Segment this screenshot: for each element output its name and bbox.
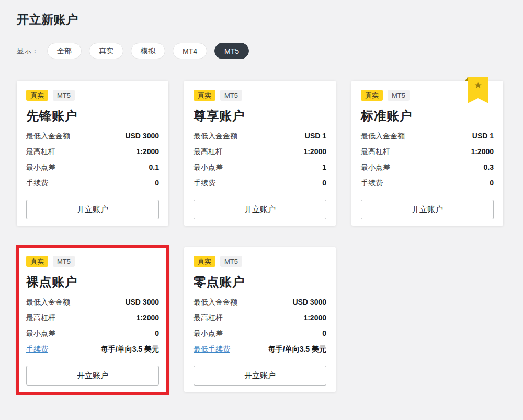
badge-row: 真实 MT5	[26, 256, 159, 267]
filter-mt4[interactable]: MT4	[173, 43, 207, 59]
max-leverage-row: 最高杠杆 1:2000	[194, 144, 326, 160]
commission-row: 手续费 0	[194, 176, 326, 191]
row-label: 最小点差	[361, 163, 390, 172]
filter-bar: 显示： 全部 真实 模拟 MT4 MT5	[17, 43, 503, 59]
row-value: 1:2000	[136, 147, 159, 156]
row-label: 手续费	[194, 179, 215, 188]
min-spread-row: 最小点差 0.1	[26, 160, 159, 176]
row-value: 0.1	[149, 163, 159, 171]
row-label: 最高杠杆	[26, 147, 55, 157]
commission-link[interactable]: 手续费	[26, 345, 48, 354]
filter-demo[interactable]: 模拟	[131, 43, 165, 59]
account-title: 裸点账户	[26, 274, 159, 290]
row-label: 手续费	[361, 179, 383, 188]
row-label: 最高杠杆	[194, 147, 223, 157]
real-badge: 真实	[26, 90, 48, 101]
row-label: 最高杠杆	[26, 313, 55, 323]
min-spread-row: 最小点差 0	[26, 326, 159, 342]
page-title: 开立新账户	[17, 11, 503, 28]
min-spread-row: 最小点差 0	[194, 326, 326, 342]
row-value: 每手/单向3.5 美元	[101, 345, 159, 354]
row-value: USD 3000	[292, 298, 326, 306]
real-badge: 真实	[361, 90, 383, 101]
row-label: 手续费	[26, 179, 48, 188]
open-account-button[interactable]: 开立账户	[26, 366, 159, 386]
row-value: 1:2000	[136, 313, 159, 322]
max-leverage-row: 最高杠杆 1:2000	[194, 310, 326, 326]
row-value: USD 1	[472, 132, 494, 140]
commission-row: 手续费 每手/单向3.5 美元	[26, 342, 159, 357]
platform-badge: MT5	[388, 90, 410, 101]
open-account-page: 开立新账户 显示： 全部 真实 模拟 MT4 MT5 真实 MT5 先锋账户 最…	[0, 0, 523, 392]
account-title: 零点账户	[194, 274, 326, 290]
account-card-zero: 真实 MT5 零点账户 最低入金金额 USD 3000 最高杠杆 1:2000 …	[184, 247, 336, 392]
row-label: 最小点差	[194, 163, 223, 172]
real-badge: 真实	[194, 256, 215, 267]
commission-row: 手续费 0	[26, 176, 159, 191]
row-value: 1:2000	[303, 147, 326, 156]
row-value: 每手/单向3.5 美元	[268, 345, 326, 354]
row-label: 最低入金金额	[26, 132, 70, 141]
min-deposit-row: 最低入金金额 USD 3000	[194, 295, 326, 310]
row-label: 最低入金金额	[26, 298, 70, 307]
min-spread-row: 最小点差 0.3	[361, 160, 494, 176]
row-label: 最小点差	[26, 163, 55, 172]
open-account-button[interactable]: 开立账户	[194, 200, 326, 219]
row-value: 0	[155, 179, 159, 187]
account-card-premium: 真实 MT5 尊享账户 最低入金金额 USD 1 最高杠杆 1:2000 最小点…	[184, 81, 336, 226]
platform-badge: MT5	[220, 256, 242, 267]
filter-real[interactable]: 真实	[89, 43, 123, 59]
open-account-button[interactable]: 开立账户	[26, 200, 159, 219]
min-commission-link[interactable]: 最低手续费	[194, 345, 230, 354]
platform-badge: MT5	[53, 256, 75, 267]
row-value: 0	[322, 179, 326, 187]
min-deposit-row: 最低入金金额 USD 3000	[26, 295, 159, 310]
row-label: 最低入金金额	[361, 132, 405, 141]
account-card-raw-spread: 真实 MT5 裸点账户 最低入金金额 USD 3000 最高杠杆 1:2000 …	[17, 247, 168, 392]
max-leverage-row: 最高杠杆 1:2000	[361, 144, 494, 160]
account-card-standard: ★ 真实 MT5 标准账户 最低入金金额 USD 1 最高杠杆 1:2000 最…	[351, 81, 503, 226]
max-leverage-row: 最高杠杆 1:2000	[26, 310, 159, 326]
commission-row: 最低手续费 每手/单向3.5 美元	[194, 342, 326, 357]
ribbon-banner: ★	[468, 77, 488, 103]
badge-row: 真实 MT5	[194, 256, 326, 267]
real-badge: 真实	[194, 90, 215, 101]
account-title: 标准账户	[361, 108, 494, 124]
min-deposit-row: 最低入金金额 USD 1	[194, 129, 326, 144]
row-value: 1	[322, 163, 326, 171]
account-cards-grid: 真实 MT5 先锋账户 最低入金金额 USD 3000 最高杠杆 1:2000 …	[17, 81, 503, 392]
badge-row: 真实 MT5	[194, 90, 326, 101]
badge-row: 真实 MT5	[26, 90, 159, 101]
account-title: 尊享账户	[194, 108, 326, 124]
min-deposit-row: 最低入金金额 USD 3000	[26, 129, 159, 144]
ribbon-fold	[465, 77, 468, 81]
row-value: USD 1	[305, 132, 326, 140]
row-value: 0	[155, 329, 159, 337]
row-label: 最小点差	[26, 329, 55, 339]
row-value: 0	[322, 329, 326, 337]
filter-mt5[interactable]: MT5	[214, 43, 249, 59]
row-label: 最高杠杆	[194, 313, 223, 323]
account-card-pioneer: 真实 MT5 先锋账户 最低入金金额 USD 3000 最高杠杆 1:2000 …	[17, 81, 168, 226]
max-leverage-row: 最高杠杆 1:2000	[26, 144, 159, 160]
min-deposit-row: 最低入金金额 USD 1	[361, 129, 494, 144]
open-account-button[interactable]: 开立账户	[361, 200, 494, 219]
row-label: 最低入金金额	[194, 132, 237, 141]
min-spread-row: 最小点差 1	[194, 160, 326, 176]
row-value: USD 3000	[125, 298, 159, 306]
row-label: 最高杠杆	[361, 147, 390, 157]
row-value: 0.3	[484, 163, 494, 171]
row-value: 1:2000	[303, 313, 326, 322]
star-icon: ★	[474, 80, 482, 91]
row-value: 0	[490, 179, 494, 187]
open-account-button[interactable]: 开立账户	[194, 366, 326, 386]
filter-all[interactable]: 全部	[47, 43, 82, 59]
commission-row: 手续费 0	[361, 176, 494, 191]
row-value: 1:2000	[471, 147, 494, 156]
filter-label: 显示：	[17, 46, 39, 56]
row-label: 最小点差	[194, 329, 223, 339]
platform-badge: MT5	[53, 90, 75, 101]
account-title: 先锋账户	[26, 108, 159, 124]
featured-ribbon: ★	[468, 77, 488, 103]
row-value: USD 3000	[125, 132, 159, 140]
